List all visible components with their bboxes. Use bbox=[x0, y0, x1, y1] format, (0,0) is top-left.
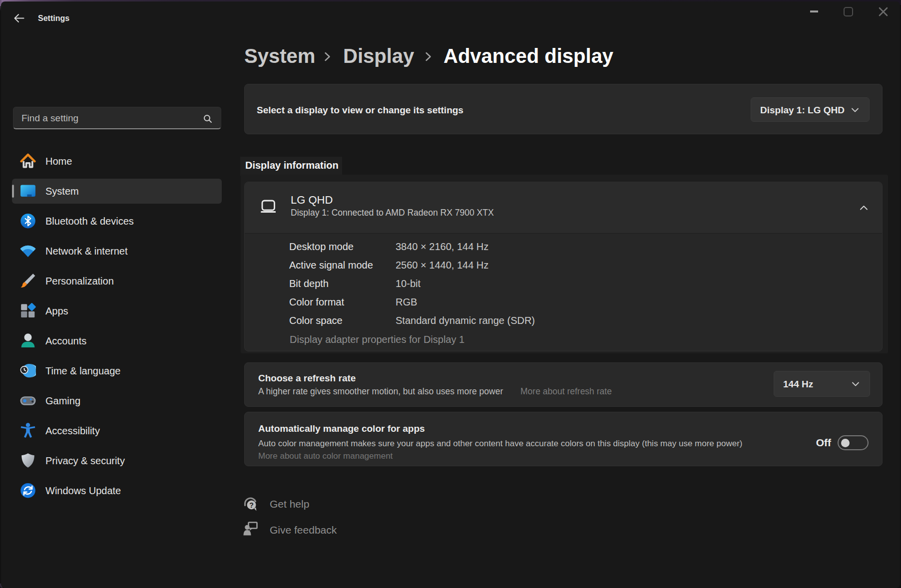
svg-text:?: ? bbox=[249, 501, 254, 509]
